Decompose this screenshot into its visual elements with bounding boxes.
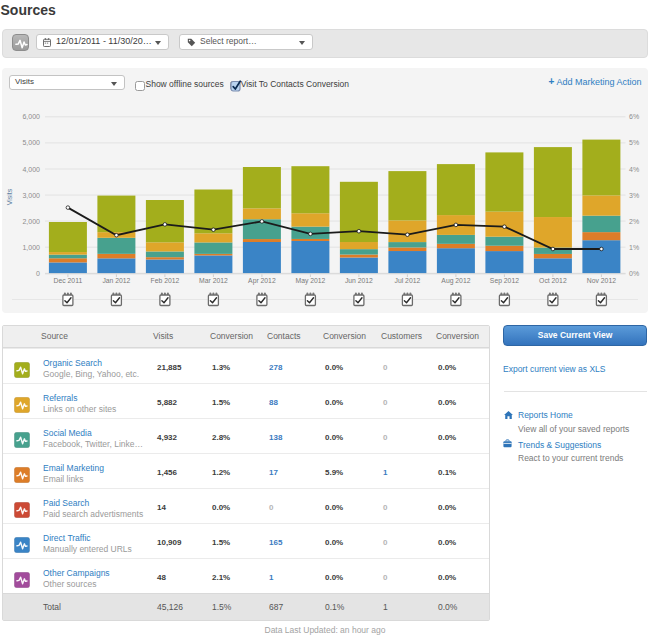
svg-text:Mar 2012: Mar 2012 [199, 277, 228, 284]
svg-text:6%: 6% [629, 113, 639, 120]
svg-text:Jan 2012: Jan 2012 [102, 277, 130, 284]
svg-text:2%: 2% [629, 218, 639, 225]
svg-text:1,000: 1,000 [22, 244, 40, 251]
svg-text:Dec 2011: Dec 2011 [54, 277, 83, 284]
svg-text:3%: 3% [629, 192, 639, 199]
svg-text:Jul 2012: Jul 2012 [395, 277, 421, 284]
svg-text:May 2012: May 2012 [295, 277, 325, 285]
svg-text:Nov 2012: Nov 2012 [587, 277, 616, 284]
svg-text:3,000: 3,000 [22, 192, 40, 199]
svg-text:6,000: 6,000 [22, 113, 40, 120]
svg-text:Aug 2012: Aug 2012 [441, 277, 470, 285]
svg-text:1%: 1% [629, 244, 639, 251]
svg-text:Visits: Visits [6, 188, 13, 205]
svg-text:Apr 2012: Apr 2012 [248, 277, 276, 285]
svg-text:5,000: 5,000 [22, 139, 40, 146]
svg-text:0: 0 [36, 270, 40, 277]
svg-text:2,000: 2,000 [22, 218, 40, 225]
svg-text:Feb 2012: Feb 2012 [151, 277, 180, 284]
svg-text:Sep 2012: Sep 2012 [490, 277, 519, 285]
svg-text:Oct 2012: Oct 2012 [539, 277, 567, 284]
svg-text:5%: 5% [629, 139, 639, 146]
svg-text:4%: 4% [629, 166, 639, 173]
svg-text:0%: 0% [629, 270, 639, 277]
svg-text:Jun 2012: Jun 2012 [345, 277, 373, 284]
svg-text:4,000: 4,000 [22, 166, 40, 173]
